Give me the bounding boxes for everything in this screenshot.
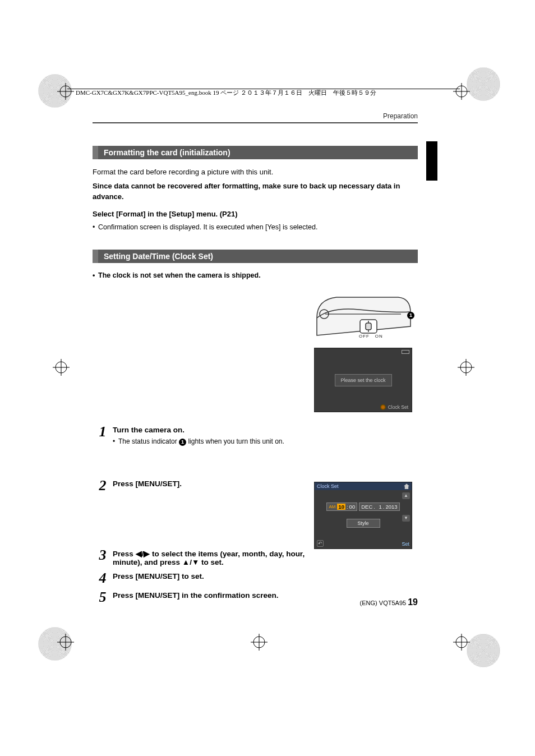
left-right-arrows-icon: ◀/▶ <box>136 550 150 558</box>
screen-title: Clock Set <box>317 483 339 489</box>
arrow-up-icon: ▲ <box>402 492 410 499</box>
set-label: Set <box>402 541 409 547</box>
steps-list: OFF ON 1 Please set the clock Clock Set … <box>93 292 418 605</box>
crop-ornament <box>467 634 500 667</box>
svg-rect-24 <box>366 323 371 330</box>
up-down-arrows-icon: ▲/▼ <box>182 558 199 566</box>
battery-icon <box>402 350 409 354</box>
step-title: Press ◀/▶ to select the items (year, mon… <box>113 547 309 566</box>
bullet-text: Confirmation screen is displayed. It is … <box>98 223 317 233</box>
body-text: Format the card before recording a pictu… <box>93 167 418 178</box>
callout-1-icon: 1 <box>407 312 414 319</box>
step-4: 4 Press [MENU/SET] to set. <box>93 570 418 586</box>
step-title: Press [MENU/SET] to set. <box>113 570 418 580</box>
step-title: Turn the camera on. <box>113 426 303 434</box>
switch-labels: OFF ON <box>359 334 383 339</box>
bullet-item: • The clock is not set when the camera i… <box>93 271 418 281</box>
figure-screen-clock-prompt: Please set the clock Clock Set <box>314 348 412 412</box>
clock-set-icon <box>380 404 386 410</box>
breadcrumb: Preparation <box>93 112 418 123</box>
registration-mark-icon <box>57 83 74 100</box>
step-title: Press [MENU/SET]. <box>113 477 303 488</box>
page-footer: (ENG) VQT5A95 19 <box>360 597 418 607</box>
registration-mark-icon <box>453 634 470 651</box>
figure-screen-clock-set: Clock Set ▲ AM10:00 DEC. 1.2013 ▼ Style … <box>314 482 412 549</box>
body-text-warning: Since data cannot be recovered after for… <box>93 181 418 202</box>
bullet-icon: • <box>93 271 98 281</box>
prompt-message: Please set the clock <box>334 374 391 386</box>
prompt-footer: Clock Set <box>380 404 408 410</box>
style-button: Style <box>347 519 380 528</box>
arrow-down-icon: ▼ <box>402 515 410 522</box>
registration-mark-icon <box>57 634 74 651</box>
bullet-item: • Confirmation screen is displayed. It i… <box>93 223 418 233</box>
step-subtext: • The status indicator 1 lights when you… <box>113 437 303 445</box>
step-1: 1 Turn the camera on. • The status indic… <box>93 423 418 474</box>
step-number: 3 <box>93 547 113 563</box>
callout-1-icon: 1 <box>179 439 186 446</box>
registration-mark-icon <box>458 359 474 376</box>
registration-mark-icon <box>53 359 70 376</box>
page-content: Preparation Formatting the card (initial… <box>93 81 418 608</box>
section-heading-clock: Setting Date/Time (Clock Set) <box>93 250 418 263</box>
date-time-row: AM10:00 DEC. 1.2013 <box>315 503 412 511</box>
bullet-text: The clock is not set when the camera is … <box>98 271 261 281</box>
step-3: 3 Press ◀/▶ to select the items (year, m… <box>93 547 418 566</box>
body-text-instruction: Select [Format] in the [Setup] menu. (P2… <box>93 209 418 220</box>
step-number: 1 <box>93 423 113 439</box>
figure-camera-switch: OFF ON 1 <box>314 293 412 339</box>
registration-mark-icon <box>453 83 470 100</box>
back-icon: ↶ <box>317 540 324 547</box>
section-tab <box>426 141 437 181</box>
step-number: 4 <box>93 570 113 586</box>
crop-ornament <box>467 67 500 101</box>
step-number: 2 <box>93 477 113 493</box>
home-icon <box>404 483 409 489</box>
section-heading-formatting: Formatting the card (initialization) <box>93 146 418 159</box>
step-number: 5 <box>93 589 113 605</box>
registration-mark-icon <box>251 634 268 651</box>
bullet-icon: • <box>93 223 98 233</box>
